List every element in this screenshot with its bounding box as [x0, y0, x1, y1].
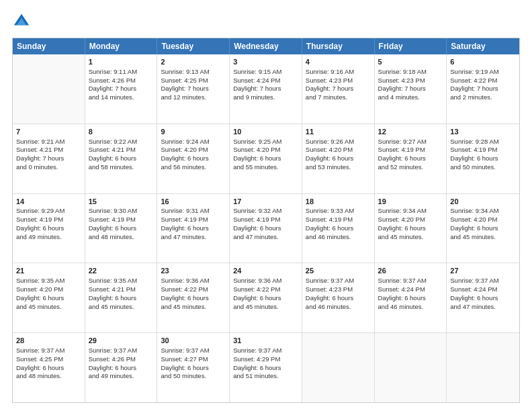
- day-info-line: Sunset: 4:29 PM: [233, 355, 298, 364]
- day-info-line: Daylight: 6 hours: [16, 224, 81, 233]
- day-info-line: Daylight: 6 hours: [306, 294, 371, 303]
- logo-icon: [12, 12, 31, 31]
- day-number: 8: [89, 127, 154, 137]
- day-number: 7: [16, 127, 81, 137]
- day-info-line: and 14 minutes.: [89, 93, 154, 102]
- day-info-line: and 4 minutes.: [378, 93, 443, 102]
- calendar-cell-3-1: 14Sunrise: 9:29 AMSunset: 4:19 PMDayligh…: [13, 194, 85, 263]
- day-info-line: Sunset: 4:20 PM: [233, 146, 298, 154]
- calendar-cell-4-4: 24Sunrise: 9:36 AMSunset: 4:22 PMDayligh…: [230, 263, 302, 332]
- day-info-line: Daylight: 7 hours: [16, 154, 81, 163]
- day-number: 30: [161, 336, 226, 346]
- day-info-line: Sunset: 4:23 PM: [306, 77, 371, 85]
- calendar-cell-4-6: 26Sunrise: 9:37 AMSunset: 4:24 PMDayligh…: [375, 263, 447, 332]
- day-info-line: Sunset: 4:21 PM: [89, 285, 154, 294]
- day-info-line: Sunset: 4:20 PM: [450, 216, 516, 224]
- day-info-line: Sunset: 4:19 PM: [89, 216, 154, 224]
- day-number: 25: [306, 266, 371, 276]
- calendar-cell-5-5: [302, 333, 375, 402]
- day-info-line: and 56 minutes.: [161, 163, 226, 172]
- day-info-line: Sunrise: 9:26 AM: [306, 138, 371, 146]
- calendar-cell-3-5: 18Sunrise: 9:33 AMSunset: 4:19 PMDayligh…: [302, 194, 375, 263]
- calendar-cell-3-3: 16Sunrise: 9:31 AMSunset: 4:19 PMDayligh…: [157, 194, 230, 263]
- day-info-line: Daylight: 6 hours: [161, 294, 226, 303]
- day-info-line: and 48 minutes.: [16, 372, 81, 381]
- header-day-saturday: Saturday: [447, 38, 519, 54]
- calendar-cell-4-5: 25Sunrise: 9:37 AMSunset: 4:23 PMDayligh…: [302, 263, 375, 332]
- day-info-line: and 9 minutes.: [233, 93, 298, 102]
- day-info-line: and 45 minutes.: [16, 303, 81, 312]
- day-info-line: and 47 minutes.: [233, 233, 298, 242]
- day-info-line: Sunrise: 9:31 AM: [161, 207, 226, 216]
- day-info-line: Sunset: 4:22 PM: [161, 285, 226, 294]
- day-info-line: Sunrise: 9:37 AM: [161, 347, 226, 355]
- calendar-cell-1-1: [13, 54, 85, 124]
- day-info-line: Sunset: 4:26 PM: [89, 355, 154, 364]
- day-info-line: and 55 minutes.: [233, 163, 298, 172]
- calendar-cell-1-4: 3Sunrise: 9:15 AMSunset: 4:24 PMDaylight…: [230, 54, 302, 124]
- calendar-cell-2-7: 13Sunrise: 9:28 AMSunset: 4:19 PMDayligh…: [447, 124, 519, 193]
- day-info-line: and 7 minutes.: [306, 93, 371, 102]
- day-info-line: Daylight: 6 hours: [450, 294, 516, 303]
- day-info-line: Daylight: 6 hours: [306, 224, 371, 233]
- header-day-friday: Friday: [375, 38, 447, 54]
- day-info-line: Sunset: 4:24 PM: [450, 285, 516, 294]
- calendar-cell-5-3: 30Sunrise: 9:37 AMSunset: 4:27 PMDayligh…: [157, 333, 230, 402]
- calendar-cell-1-6: 5Sunrise: 9:18 AMSunset: 4:23 PMDaylight…: [375, 54, 447, 124]
- day-number: 17: [233, 197, 298, 207]
- day-info-line: Daylight: 6 hours: [233, 154, 298, 163]
- day-info-line: Sunset: 4:22 PM: [233, 285, 298, 294]
- day-info-line: Sunset: 4:25 PM: [161, 77, 226, 85]
- day-info-line: Sunrise: 9:22 AM: [89, 138, 154, 146]
- day-info-line: Sunset: 4:22 PM: [450, 77, 516, 85]
- calendar-cell-4-7: 27Sunrise: 9:37 AMSunset: 4:24 PMDayligh…: [447, 263, 519, 332]
- day-info-line: Sunrise: 9:37 AM: [89, 347, 154, 355]
- day-number: 28: [16, 336, 81, 346]
- day-info-line: Sunset: 4:21 PM: [89, 146, 154, 154]
- day-info-line: Daylight: 6 hours: [306, 154, 371, 163]
- calendar-week-2: 7Sunrise: 9:21 AMSunset: 4:21 PMDaylight…: [13, 124, 519, 193]
- calendar-cell-5-7: [447, 333, 519, 402]
- header-day-monday: Monday: [85, 38, 158, 54]
- day-info-line: Sunrise: 9:15 AM: [233, 68, 298, 77]
- day-info-line: Sunrise: 9:27 AM: [378, 138, 443, 146]
- day-number: 9: [161, 127, 226, 137]
- day-number: 29: [89, 336, 154, 346]
- day-info-line: and 47 minutes.: [450, 303, 516, 312]
- day-info-line: Sunrise: 9:37 AM: [233, 347, 298, 355]
- day-info-line: Daylight: 6 hours: [89, 294, 154, 303]
- day-info-line: Sunrise: 9:36 AM: [161, 277, 226, 285]
- header-day-thursday: Thursday: [302, 38, 375, 54]
- calendar-cell-4-1: 21Sunrise: 9:35 AMSunset: 4:20 PMDayligh…: [13, 263, 85, 332]
- day-info-line: Sunrise: 9:36 AM: [233, 277, 298, 285]
- day-number: 12: [378, 127, 443, 137]
- day-info-line: Sunrise: 9:37 AM: [16, 347, 81, 355]
- header-day-tuesday: Tuesday: [157, 38, 230, 54]
- day-info-line: and 45 minutes.: [89, 303, 154, 312]
- day-number: 23: [161, 266, 226, 276]
- day-info-line: Daylight: 6 hours: [161, 364, 226, 373]
- day-info-line: Daylight: 6 hours: [233, 364, 298, 373]
- day-info-line: Sunset: 4:19 PM: [306, 216, 371, 224]
- day-info-line: Sunset: 4:24 PM: [378, 285, 443, 294]
- day-info-line: Sunrise: 9:34 AM: [378, 207, 443, 216]
- day-number: 13: [450, 127, 516, 137]
- day-info-line: Sunset: 4:27 PM: [161, 355, 226, 364]
- day-info-line: Sunrise: 9:16 AM: [306, 68, 371, 77]
- day-info-line: Daylight: 6 hours: [89, 154, 154, 163]
- day-number: 19: [378, 197, 443, 207]
- day-number: 2: [161, 57, 226, 67]
- logo: [12, 12, 34, 31]
- day-number: 1: [89, 57, 154, 67]
- day-number: 5: [378, 57, 443, 67]
- day-info-line: Daylight: 6 hours: [233, 294, 298, 303]
- day-info-line: and 52 minutes.: [378, 163, 443, 172]
- day-info-line: and 49 minutes.: [89, 372, 154, 381]
- day-info-line: Daylight: 7 hours: [161, 85, 226, 93]
- calendar-header: SundayMondayTuesdayWednesdayThursdayFrid…: [13, 38, 519, 54]
- day-info-line: Daylight: 6 hours: [89, 364, 154, 373]
- calendar-cell-2-5: 11Sunrise: 9:26 AMSunset: 4:20 PMDayligh…: [302, 124, 375, 193]
- day-info-line: Sunset: 4:25 PM: [16, 355, 81, 364]
- day-info-line: Sunrise: 9:25 AM: [233, 138, 298, 146]
- calendar: SundayMondayTuesdayWednesdayThursdayFrid…: [12, 38, 520, 403]
